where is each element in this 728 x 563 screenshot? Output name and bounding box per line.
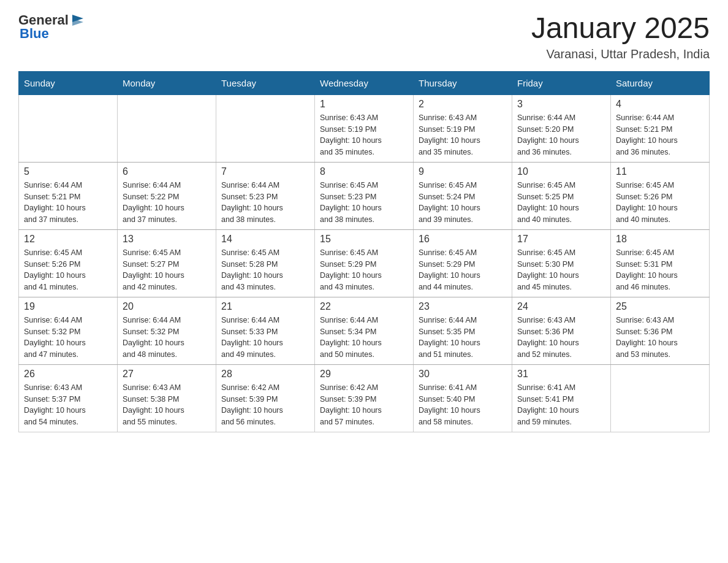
day-info: Sunrise: 6:44 AM Sunset: 5:21 PM Dayligh… bbox=[616, 112, 704, 158]
calendar-empty-cell bbox=[216, 94, 315, 162]
calendar-day-11: 11Sunrise: 6:45 AM Sunset: 5:26 PM Dayli… bbox=[611, 162, 710, 229]
day-number: 29 bbox=[320, 369, 408, 380]
title-block: January 2025 Varanasi, Uttar Pradesh, In… bbox=[531, 12, 710, 61]
calendar-day-15: 15Sunrise: 6:45 AM Sunset: 5:29 PM Dayli… bbox=[315, 229, 414, 297]
day-number: 31 bbox=[517, 369, 605, 380]
calendar-day-1: 1Sunrise: 6:43 AM Sunset: 5:19 PM Daylig… bbox=[315, 94, 414, 162]
page-header: General Blue January 2025 Varanasi, Utta… bbox=[18, 12, 710, 61]
calendar-day-20: 20Sunrise: 6:44 AM Sunset: 5:32 PM Dayli… bbox=[118, 297, 216, 364]
col-header-monday: Monday bbox=[118, 71, 216, 94]
col-header-wednesday: Wednesday bbox=[315, 71, 414, 94]
calendar-day-3: 3Sunrise: 6:44 AM Sunset: 5:20 PM Daylig… bbox=[512, 94, 611, 162]
calendar-day-29: 29Sunrise: 6:42 AM Sunset: 5:39 PM Dayli… bbox=[315, 364, 414, 432]
day-number: 11 bbox=[616, 166, 704, 177]
calendar-day-27: 27Sunrise: 6:43 AM Sunset: 5:38 PM Dayli… bbox=[118, 364, 216, 432]
logo-flag-icon bbox=[70, 11, 87, 28]
calendar-day-16: 16Sunrise: 6:45 AM Sunset: 5:29 PM Dayli… bbox=[414, 229, 512, 297]
calendar-empty-cell bbox=[611, 364, 710, 432]
calendar-header-row: SundayMondayTuesdayWednesdayThursdayFrid… bbox=[19, 71, 710, 94]
day-number: 30 bbox=[419, 369, 507, 380]
calendar-day-21: 21Sunrise: 6:44 AM Sunset: 5:33 PM Dayli… bbox=[216, 297, 315, 364]
day-info: Sunrise: 6:44 AM Sunset: 5:34 PM Dayligh… bbox=[320, 315, 408, 361]
day-number: 17 bbox=[517, 234, 605, 245]
calendar-week-row: 5Sunrise: 6:44 AM Sunset: 5:21 PM Daylig… bbox=[19, 162, 710, 229]
day-info: Sunrise: 6:45 AM Sunset: 5:29 PM Dayligh… bbox=[320, 247, 408, 293]
calendar-day-31: 31Sunrise: 6:41 AM Sunset: 5:41 PM Dayli… bbox=[512, 364, 611, 432]
day-number: 6 bbox=[123, 166, 211, 177]
calendar-week-row: 19Sunrise: 6:44 AM Sunset: 5:32 PM Dayli… bbox=[19, 297, 710, 364]
day-info: Sunrise: 6:44 AM Sunset: 5:35 PM Dayligh… bbox=[419, 315, 507, 361]
calendar-day-23: 23Sunrise: 6:44 AM Sunset: 5:35 PM Dayli… bbox=[414, 297, 512, 364]
col-header-thursday: Thursday bbox=[414, 71, 512, 94]
day-number: 27 bbox=[123, 369, 211, 380]
day-number: 2 bbox=[419, 99, 507, 110]
day-number: 16 bbox=[419, 234, 507, 245]
day-info: Sunrise: 6:41 AM Sunset: 5:41 PM Dayligh… bbox=[517, 382, 605, 428]
day-number: 28 bbox=[221, 369, 309, 380]
day-info: Sunrise: 6:45 AM Sunset: 5:26 PM Dayligh… bbox=[24, 247, 112, 293]
day-info: Sunrise: 6:44 AM Sunset: 5:32 PM Dayligh… bbox=[24, 315, 112, 361]
day-number: 10 bbox=[517, 166, 605, 177]
col-header-sunday: Sunday bbox=[19, 71, 118, 94]
calendar-day-7: 7Sunrise: 6:44 AM Sunset: 5:23 PM Daylig… bbox=[216, 162, 315, 229]
day-number: 18 bbox=[616, 234, 704, 245]
col-header-tuesday: Tuesday bbox=[216, 71, 315, 94]
day-info: Sunrise: 6:44 AM Sunset: 5:20 PM Dayligh… bbox=[517, 112, 605, 158]
day-number: 22 bbox=[320, 301, 408, 312]
day-number: 15 bbox=[320, 234, 408, 245]
col-header-friday: Friday bbox=[512, 71, 611, 94]
calendar-day-28: 28Sunrise: 6:42 AM Sunset: 5:39 PM Dayli… bbox=[216, 364, 315, 432]
calendar-day-17: 17Sunrise: 6:45 AM Sunset: 5:30 PM Dayli… bbox=[512, 229, 611, 297]
calendar-day-24: 24Sunrise: 6:43 AM Sunset: 5:36 PM Dayli… bbox=[512, 297, 611, 364]
calendar-table: SundayMondayTuesdayWednesdayThursdayFrid… bbox=[18, 71, 710, 432]
day-info: Sunrise: 6:42 AM Sunset: 5:39 PM Dayligh… bbox=[320, 382, 408, 428]
day-number: 14 bbox=[221, 234, 309, 245]
day-info: Sunrise: 6:43 AM Sunset: 5:19 PM Dayligh… bbox=[320, 112, 408, 158]
day-number: 7 bbox=[221, 166, 309, 177]
day-info: Sunrise: 6:45 AM Sunset: 5:26 PM Dayligh… bbox=[616, 180, 704, 226]
day-info: Sunrise: 6:45 AM Sunset: 5:30 PM Dayligh… bbox=[517, 247, 605, 293]
day-info: Sunrise: 6:44 AM Sunset: 5:23 PM Dayligh… bbox=[221, 180, 309, 226]
day-info: Sunrise: 6:43 AM Sunset: 5:36 PM Dayligh… bbox=[616, 315, 704, 361]
day-number: 21 bbox=[221, 301, 309, 312]
day-info: Sunrise: 6:43 AM Sunset: 5:37 PM Dayligh… bbox=[24, 382, 112, 428]
day-number: 20 bbox=[123, 301, 211, 312]
calendar-day-10: 10Sunrise: 6:45 AM Sunset: 5:25 PM Dayli… bbox=[512, 162, 611, 229]
calendar-day-6: 6Sunrise: 6:44 AM Sunset: 5:22 PM Daylig… bbox=[118, 162, 216, 229]
calendar-day-12: 12Sunrise: 6:45 AM Sunset: 5:26 PM Dayli… bbox=[19, 229, 118, 297]
calendar-title: January 2025 bbox=[531, 12, 710, 45]
day-info: Sunrise: 6:45 AM Sunset: 5:31 PM Dayligh… bbox=[616, 247, 704, 293]
day-info: Sunrise: 6:43 AM Sunset: 5:19 PM Dayligh… bbox=[419, 112, 507, 158]
day-info: Sunrise: 6:43 AM Sunset: 5:38 PM Dayligh… bbox=[123, 382, 211, 428]
logo: General Blue bbox=[18, 12, 87, 42]
calendar-day-9: 9Sunrise: 6:45 AM Sunset: 5:24 PM Daylig… bbox=[414, 162, 512, 229]
calendar-subtitle: Varanasi, Uttar Pradesh, India bbox=[531, 47, 710, 61]
day-number: 24 bbox=[517, 301, 605, 312]
day-number: 9 bbox=[419, 166, 507, 177]
day-info: Sunrise: 6:44 AM Sunset: 5:32 PM Dayligh… bbox=[123, 315, 211, 361]
calendar-day-13: 13Sunrise: 6:45 AM Sunset: 5:27 PM Dayli… bbox=[118, 229, 216, 297]
day-info: Sunrise: 6:45 AM Sunset: 5:28 PM Dayligh… bbox=[221, 247, 309, 293]
calendar-day-4: 4Sunrise: 6:44 AM Sunset: 5:21 PM Daylig… bbox=[611, 94, 710, 162]
day-number: 25 bbox=[616, 301, 704, 312]
calendar-day-22: 22Sunrise: 6:44 AM Sunset: 5:34 PM Dayli… bbox=[315, 297, 414, 364]
day-info: Sunrise: 6:45 AM Sunset: 5:24 PM Dayligh… bbox=[419, 180, 507, 226]
day-info: Sunrise: 6:45 AM Sunset: 5:27 PM Dayligh… bbox=[123, 247, 211, 293]
day-number: 5 bbox=[24, 166, 112, 177]
day-number: 4 bbox=[616, 99, 704, 110]
day-number: 23 bbox=[419, 301, 507, 312]
day-number: 3 bbox=[517, 99, 605, 110]
calendar-day-5: 5Sunrise: 6:44 AM Sunset: 5:21 PM Daylig… bbox=[19, 162, 118, 229]
day-info: Sunrise: 6:45 AM Sunset: 5:23 PM Dayligh… bbox=[320, 180, 408, 226]
day-info: Sunrise: 6:44 AM Sunset: 5:33 PM Dayligh… bbox=[221, 315, 309, 361]
day-info: Sunrise: 6:44 AM Sunset: 5:21 PM Dayligh… bbox=[24, 180, 112, 226]
calendar-day-14: 14Sunrise: 6:45 AM Sunset: 5:28 PM Dayli… bbox=[216, 229, 315, 297]
logo-blue-text: Blue bbox=[20, 26, 49, 42]
day-info: Sunrise: 6:42 AM Sunset: 5:39 PM Dayligh… bbox=[221, 382, 309, 428]
calendar-empty-cell bbox=[118, 94, 216, 162]
day-number: 13 bbox=[123, 234, 211, 245]
day-number: 12 bbox=[24, 234, 112, 245]
col-header-saturday: Saturday bbox=[611, 71, 710, 94]
day-info: Sunrise: 6:41 AM Sunset: 5:40 PM Dayligh… bbox=[419, 382, 507, 428]
calendar-day-25: 25Sunrise: 6:43 AM Sunset: 5:36 PM Dayli… bbox=[611, 297, 710, 364]
